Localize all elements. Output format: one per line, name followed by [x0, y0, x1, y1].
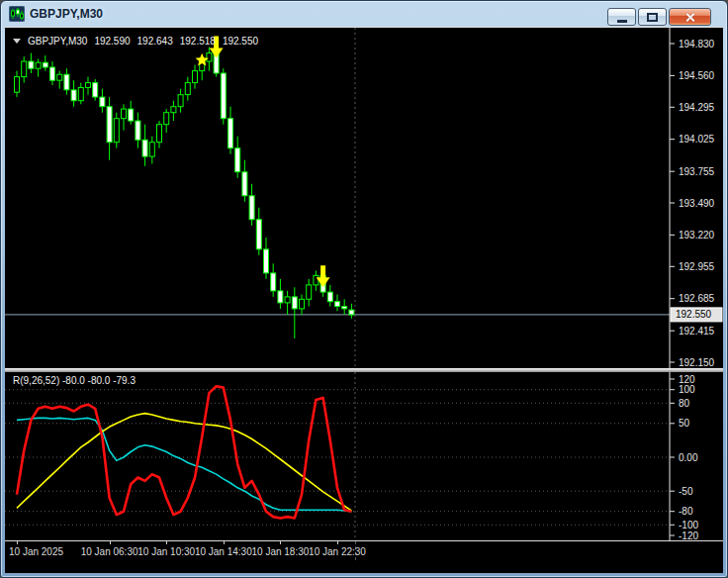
minimize-button[interactable]	[607, 8, 636, 26]
price-tick-label: 193.490	[679, 198, 715, 209]
price-tick-label: 194.025	[679, 134, 715, 144]
price-tick-label: 192.415	[679, 326, 715, 337]
time-tick	[280, 541, 281, 544]
candlestick-chart[interactable]: 194.830194.560194.295194.025193.755193.4…	[5, 28, 723, 368]
indicator-tick-label: -120	[679, 530, 698, 541]
indicator-tick-label: -80	[679, 506, 693, 517]
time-label: 10 Jan 2025	[9, 546, 63, 557]
price-chart-panel[interactable]: GBPJPY,M30 192.590 192.643 192.518 192.5…	[5, 27, 723, 368]
indicator-tick-label: 50	[679, 418, 690, 429]
price-tick-label: 192.955	[679, 261, 715, 272]
price-axis[interactable]: 194.830194.560194.295194.025193.755193.4…	[670, 28, 722, 368]
red-line	[17, 386, 351, 518]
time-label: 10 Jan 10:30	[137, 546, 195, 557]
svg-text:192.550: 192.550	[676, 309, 712, 320]
time-tick	[110, 541, 111, 544]
chart-client-area: GBPJPY,M30 192.590 192.643 192.518 192.5…	[5, 27, 723, 573]
open-value: 192.590	[94, 36, 130, 47]
window-title: GBPJPY,M30	[30, 7, 103, 21]
low-value: 192.518	[180, 36, 216, 47]
indicator-tick-label: -100	[679, 520, 698, 530]
price-tick-label: 193.220	[679, 230, 715, 241]
minimize-icon	[617, 20, 627, 23]
time-label: 10 Jan 14:30	[195, 546, 252, 557]
indicator-tick-label: 120	[679, 374, 695, 385]
maximize-button[interactable]	[638, 8, 667, 26]
maximize-icon	[647, 13, 658, 22]
oscillator-chart[interactable]: 12010080500.00-50-80-100-120	[5, 372, 723, 540]
indicator-label: R(9,26,52) -80.0 -80.0 -79.3	[13, 375, 136, 386]
current-price-badge: 192.550	[671, 308, 722, 322]
close-icon	[684, 12, 695, 23]
price-tick-label: 193.755	[679, 166, 715, 177]
time-tick	[166, 541, 167, 544]
time-label: 10 Jan 06:30	[81, 546, 138, 557]
chart-icon-graphic	[9, 6, 25, 22]
indicator-axis[interactable]: 12010080500.00-50-80-100-120	[670, 372, 698, 540]
window-controls	[607, 8, 711, 26]
time-tick	[17, 541, 18, 544]
time-tick	[224, 541, 225, 544]
price-tick-label: 194.295	[679, 102, 715, 113]
time-tick	[337, 541, 338, 544]
time-axis[interactable]: 10 Jan 202510 Jan 06:3010 Jan 10:3010 Ja…	[5, 540, 723, 573]
price-tick-label: 192.150	[679, 357, 715, 368]
time-label: 10 Jan 18:30	[251, 546, 309, 557]
candles	[15, 48, 354, 338]
chart-window-icon[interactable]	[9, 6, 25, 22]
high-value: 192.643	[137, 36, 173, 47]
price-tick-label: 194.560	[679, 70, 715, 81]
titlebar[interactable]: GBPJPY,M30	[1, 1, 727, 27]
price-tick-label: 194.830	[679, 39, 715, 49]
time-label: 10 Jan 22:30	[309, 546, 366, 557]
indicator-tick-label: 100	[679, 384, 695, 395]
indicator-tick-label: 80	[679, 398, 690, 409]
symbol-period-label: GBPJPY,M30	[28, 36, 87, 47]
close-value: 192.550	[223, 36, 258, 47]
price-tick-label: 192.685	[679, 293, 715, 304]
close-button[interactable]	[669, 8, 711, 26]
indicator-tick-label: -50	[679, 486, 693, 497]
mt4-chart-window: GBPJPY,M30 GBPJPY,M30 192.590 192.643 19…	[0, 0, 728, 578]
chart-info: GBPJPY,M30 192.590 192.643 192.518 192.5…	[13, 35, 258, 48]
indicator-panel[interactable]: R(9,26,52) -80.0 -80.0 -79.3 12010080500…	[5, 372, 723, 540]
one-click-trading-arrow[interactable]	[13, 39, 21, 48]
indicator-tick-label: 0.00	[679, 452, 698, 463]
